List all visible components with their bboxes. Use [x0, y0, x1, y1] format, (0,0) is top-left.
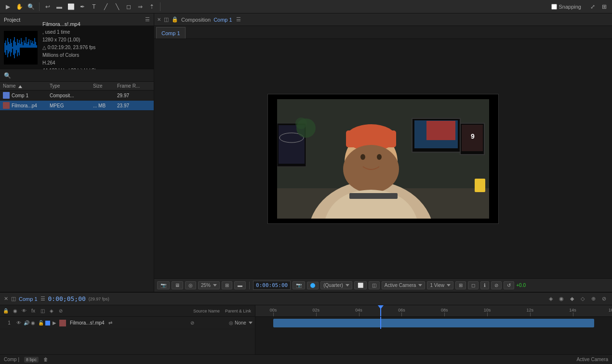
camera-snap-btn[interactable]: 📷: [293, 281, 305, 289]
parent-chevron[interactable]: [249, 322, 253, 324]
track-bar[interactable]: [273, 319, 594, 327]
status-bar: Comp | 8 bpc 🗑 Active Camera: [0, 354, 612, 364]
preview-btn[interactable]: ◻: [468, 281, 479, 289]
view-value: 1 View: [430, 283, 444, 288]
layer-swap-icon[interactable]: ⇄: [108, 320, 112, 325]
comp-icon: [3, 92, 10, 99]
layer-audio-toggle[interactable]: 🔊: [24, 320, 31, 325]
tl-graph[interactable]: ◇: [578, 295, 587, 303]
eraser-tool[interactable]: ◻: [124, 2, 133, 12]
preview-info: Filmora...s!.mp4 , used 1 time 1280 x 72…: [42, 20, 106, 75]
solo-all-btn[interactable]: ◉: [11, 307, 19, 315]
frame-blend-btn[interactable]: ◫: [39, 307, 46, 315]
row-mpeg-type: MPEG: [50, 103, 93, 108]
tick-02s: [316, 312, 317, 316]
current-time-display[interactable]: 0:00;05;00: [48, 295, 86, 302]
viewer-box-btn[interactable]: ◫: [369, 281, 380, 289]
view-chevron: [447, 284, 451, 286]
selection-tool[interactable]: ▶: [3, 2, 13, 12]
row-comp-type: Composit...: [50, 93, 93, 98]
tl-shape[interactable]: ◉: [557, 295, 566, 303]
video-tool[interactable]: ▬: [54, 2, 64, 12]
fit-btn[interactable]: ⊞: [222, 281, 232, 289]
color-btn[interactable]: [307, 282, 319, 289]
puppet-tool[interactable]: ⇡: [147, 2, 157, 12]
layer-filename: Filmora...s!.mp4: [70, 320, 105, 325]
zoom-tool[interactable]: 🔍: [26, 2, 36, 12]
main-area: Project ☰: [0, 13, 612, 292]
trash-icon[interactable]: 🗑: [43, 357, 48, 362]
quality-dropdown[interactable]: (Quarter): [320, 281, 352, 289]
layer-row[interactable]: 1 👁 🔊 ◉ 🔓 ▶ Filmora...s!.mp4 ⇄ ⊘ ◎ None: [0, 317, 255, 329]
timeline-close-btn[interactable]: ✕: [4, 296, 8, 302]
ruler-06s: 06s: [398, 308, 405, 312]
layer-vis-toggle[interactable]: 👁: [16, 320, 24, 325]
graph-btn[interactable]: ⊘: [491, 281, 502, 289]
col-size-header: Size: [93, 83, 117, 89]
tl-motion-blur[interactable]: ◈: [546, 295, 555, 303]
vis-all-btn[interactable]: 👁: [20, 307, 28, 315]
search-input[interactable]: [13, 73, 150, 78]
line-tool[interactable]: ╲: [112, 2, 122, 12]
col-name-header[interactable]: Name: [3, 83, 40, 89]
layer-label: [45, 321, 50, 325]
layer-lock-toggle[interactable]: 🔓: [38, 320, 45, 325]
composition-panel: ✕ ◫ 🔒 Composition Comp 1 ☰ Comp 1: [154, 13, 612, 292]
mask-btn[interactable]: ◎: [185, 281, 196, 289]
comp-tab-item[interactable]: Comp 1: [156, 27, 186, 39]
layer-solo-toggle[interactable]: ◉: [31, 320, 38, 325]
expand-icon[interactable]: ▶: [53, 320, 56, 325]
tick-06s: [401, 312, 402, 316]
track-area[interactable]: [255, 317, 612, 329]
tl-mask[interactable]: ⊕: [589, 295, 598, 303]
camera-dropdown[interactable]: Active Camera: [382, 281, 426, 289]
viewer-grid-btn[interactable]: ⬜: [354, 281, 367, 289]
comp-canvas[interactable]: 9: [154, 39, 612, 278]
snapping-checkbox[interactable]: [551, 4, 557, 10]
motion-blur-btn[interactable]: ◈: [48, 307, 55, 315]
reset-btn[interactable]: ↺: [504, 281, 514, 289]
separator-2: [160, 2, 160, 11]
close-button[interactable]: ✕: [157, 17, 161, 22]
snapping-label: Snapping: [559, 4, 582, 10]
snapshot-btn[interactable]: 📷: [157, 281, 170, 289]
zoom-dropdown[interactable]: 25%: [198, 281, 220, 289]
comp-box-icon: ◫: [164, 16, 169, 23]
project-menu-icon[interactable]: ☰: [145, 16, 150, 23]
stamp-tool[interactable]: ⇒: [135, 2, 145, 12]
lock-icon: 🔒: [172, 16, 178, 23]
status-comp: Comp |: [4, 357, 19, 362]
table-row[interactable]: Filmora...p4 MPEG ... MB 23.97: [0, 101, 154, 111]
render-btn[interactable]: ⊞: [455, 281, 466, 289]
playhead[interactable]: [380, 305, 381, 316]
brush-tool[interactable]: ╱: [101, 2, 110, 12]
mask-tool[interactable]: ⬜: [66, 2, 76, 12]
timeline-tools: ◈ ◉ ◆ ◇ ⊕ ⊘: [546, 295, 608, 303]
adjustment-btn[interactable]: ⊘: [57, 307, 65, 315]
timeline-tracks[interactable]: 00s 02s 04s 06s 08s 10s 12s 14s 16s: [255, 305, 612, 354]
view-dropdown[interactable]: 1 View: [427, 281, 453, 289]
table-row[interactable]: Comp 1 Composit... 29.97: [0, 91, 154, 101]
svg-point-71: [295, 117, 307, 129]
ruler-08s: 08s: [441, 308, 448, 312]
undo-tool[interactable]: ↩: [43, 2, 53, 12]
ratio-btn[interactable]: ▬: [234, 281, 246, 289]
time-display[interactable]: 0:00:05:00: [253, 281, 291, 290]
pen-tool[interactable]: ✒: [78, 2, 87, 12]
fx-all-btn[interactable]: fx: [29, 307, 37, 315]
col-framerate-header: Frame R...: [117, 83, 151, 89]
type-tool[interactable]: T: [89, 2, 99, 12]
expand-icon[interactable]: ⤢: [588, 2, 598, 12]
grid-icon[interactable]: ⊞: [599, 2, 609, 12]
tl-solo[interactable]: ⊘: [599, 295, 608, 303]
parent-dropdown-icon[interactable]: ◎: [229, 320, 233, 325]
tl-add-key[interactable]: ◆: [568, 295, 576, 303]
hand-tool[interactable]: ✋: [14, 2, 24, 12]
timeline-menu-icon[interactable]: ☰: [40, 296, 45, 302]
comp-menu-icon[interactable]: ☰: [236, 16, 241, 23]
info-btn[interactable]: ℹ: [480, 281, 489, 289]
ruler-04s: 04s: [355, 308, 362, 312]
ruler-12s: 12s: [527, 308, 534, 312]
monitor-btn[interactable]: 🖥: [172, 281, 183, 289]
lock-all-btn[interactable]: 🔒: [2, 307, 10, 315]
